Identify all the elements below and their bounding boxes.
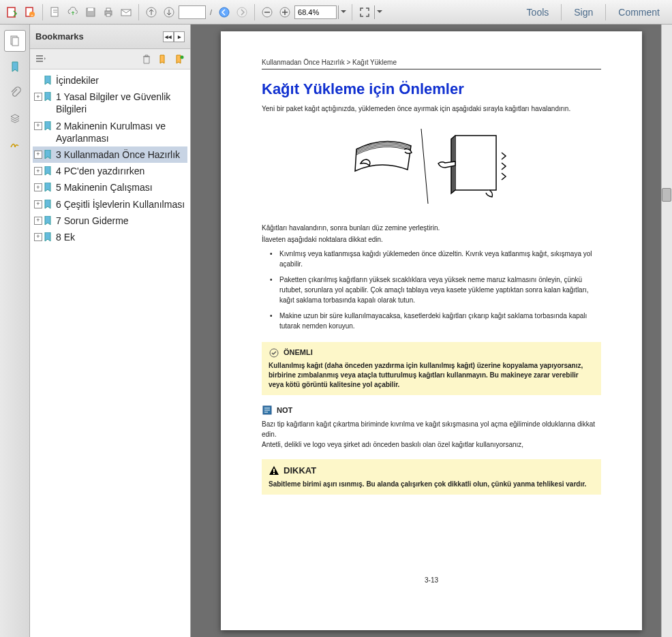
page-thumbnails-icon[interactable] [4, 30, 26, 52]
fit-window-icon[interactable] [356, 4, 373, 20]
svg-rect-8 [106, 8, 110, 11]
bookmark-label: 4 PC'den yazdırırken [56, 165, 144, 177]
bookmark-item[interactable]: +4 PC'den yazdırırken [33, 163, 187, 179]
zoom-out-icon[interactable] [259, 4, 275, 20]
bookmark-ribbon-icon [44, 150, 53, 159]
layers-rail-icon[interactable] [4, 108, 26, 129]
scrollbar-thumb[interactable] [662, 188, 671, 202]
cloud-upload-icon[interactable] [65, 4, 81, 20]
svg-point-13 [219, 7, 229, 17]
page-title: Kağıt Yükleme için Önlemler [262, 80, 601, 98]
main-area: Bookmarks ◂◂ ▸ İçindekiler+1 Yasal Bilgi… [0, 25, 672, 637]
page-total-label: / [210, 8, 212, 16]
bookmark-item[interactable]: +2 Makinenin Kurulması ve Ayarlanması [33, 118, 187, 146]
nav-forward-icon[interactable] [234, 4, 250, 20]
bookmark-label: 3 Kullanmadan Önce Hazırlık [56, 149, 180, 161]
bookmark-item[interactable]: İçindekiler [33, 72, 187, 89]
bookmark-ribbon-icon [44, 200, 53, 209]
bookmark-item[interactable]: +8 Ek [33, 229, 187, 245]
bookmarks-toolbar [30, 49, 190, 69]
zoom-in-icon[interactable] [277, 4, 293, 20]
svg-rect-24 [455, 136, 496, 190]
expand-icon [34, 76, 42, 84]
bookmark-item[interactable]: +7 Sorun Giderme [33, 213, 187, 229]
bullet-item: Makine uzun bir süre kullanılmayacaksa, … [273, 311, 601, 331]
page-down-icon[interactable] [161, 4, 177, 20]
tools-button[interactable]: Tools [519, 3, 558, 22]
note-icon [262, 405, 273, 416]
bookmark-ribbon-icon [44, 166, 53, 176]
svg-point-14 [237, 7, 247, 17]
left-rail [0, 25, 30, 637]
delete-bookmark-icon[interactable] [140, 52, 153, 66]
expand-icon[interactable]: + [34, 151, 42, 159]
bullet-list: Kıvrılmış veya katlanmışsa kağıdı yüklem… [273, 249, 601, 331]
expand-icon[interactable]: + [34, 233, 42, 241]
expand-icon[interactable]: + [34, 122, 42, 130]
check-circle-icon [269, 347, 279, 358]
main-toolbar: + / 68.4% Tools Sign Comment [0, 0, 672, 25]
svg-line-23 [421, 129, 428, 204]
note-body-2: Antetli, delikli ve logo veya şirket adı… [262, 439, 601, 450]
bookmarks-header: Bookmarks ◂◂ ▸ [30, 25, 190, 49]
email-icon[interactable] [118, 4, 134, 20]
bookmark-item[interactable]: +5 Makinenin Çalışması [33, 179, 187, 196]
open-icon[interactable] [47, 4, 63, 20]
bookmarks-tree: İçindekiler+1 Yasal Bilgiler ve Güvenlik… [30, 69, 190, 637]
save-icon[interactable] [82, 4, 99, 20]
create-pdf-icon[interactable]: + [22, 4, 38, 20]
view-dropdown-icon[interactable] [374, 5, 384, 19]
intro-text: Yeni bir paket kağıt açtığınızda, yüklem… [262, 105, 601, 112]
new-bookmark-icon[interactable] [156, 52, 170, 66]
attachments-rail-icon[interactable] [4, 82, 26, 104]
page-up-icon[interactable] [143, 4, 159, 20]
pdf-page: Kullanmadan Önce Hazırlık > Kağıt Yüklem… [221, 31, 642, 630]
svg-text:+: + [31, 13, 33, 17]
bookmarks-panel: Bookmarks ◂◂ ▸ İçindekiler+1 Yasal Bilgi… [30, 25, 191, 637]
bookmark-item[interactable]: +6 Çeşitli İşlevlerin Kullanılması [33, 196, 187, 213]
svg-rect-27 [273, 469, 275, 472]
expand-icon[interactable]: + [34, 200, 42, 208]
zoom-dropdown-icon[interactable] [338, 5, 348, 19]
sub-text-1: Kâğıtları havalandırın, sonra bunları dü… [262, 224, 601, 232]
bookmark-ribbon-icon [44, 232, 53, 242]
print-icon[interactable] [100, 4, 117, 20]
expand-icon[interactable]: + [34, 183, 42, 191]
svg-rect-28 [273, 473, 275, 474]
convert-pdf-icon[interactable] [4, 4, 20, 20]
document-viewport[interactable]: Kullanmadan Önce Hazırlık > Kağıt Yüklem… [191, 25, 672, 637]
svg-rect-20 [36, 58, 43, 59]
bookmark-ribbon-icon [44, 121, 53, 131]
bookmarks-expand-icon[interactable]: ▸ [174, 31, 185, 42]
vertical-scrollbar[interactable] [661, 25, 672, 637]
bookmarks-rail-icon[interactable] [4, 56, 26, 78]
signatures-rail-icon[interactable] [4, 134, 26, 155]
comment-button[interactable]: Comment [610, 3, 668, 22]
bookmarks-options-icon[interactable] [34, 52, 48, 66]
expand-icon[interactable]: + [34, 167, 42, 175]
caution-header: DIKKAT [284, 465, 316, 477]
bookmarks-collapse-icon[interactable]: ◂◂ [163, 31, 174, 42]
sub-text-2: İlaveten aşağıdaki noktalara dikkat edin… [262, 236, 601, 243]
bookmark-label: 2 Makinenin Kurulması ve Ayarlanması [56, 120, 186, 144]
bookmark-label: 7 Sorun Giderme [56, 215, 129, 227]
nav-back-icon[interactable] [216, 4, 232, 20]
note-header: NOT [277, 405, 292, 416]
svg-rect-18 [12, 37, 18, 46]
expand-icon[interactable]: + [34, 217, 42, 225]
bookmark-label: 1 Yasal Bilgiler ve Güvenlik Bilgileri [56, 91, 186, 115]
svg-rect-21 [36, 61, 43, 62]
important-callout: ÖNEMLI Kullanılmış kağıt (daha önceden y… [262, 342, 601, 395]
bookmark-item[interactable]: +1 Yasal Bilgiler ve Güvenlik Bilgileri [33, 89, 187, 117]
expand-icon[interactable]: + [34, 93, 42, 101]
bookmark-item[interactable]: +3 Kullanmadan Önce Hazırlık [33, 146, 187, 163]
paper-illustration [262, 122, 601, 211]
breadcrumb: Kullanmadan Önce Hazırlık > Kağıt Yüklem… [262, 59, 601, 69]
page-number-input[interactable] [179, 5, 206, 19]
sign-button[interactable]: Sign [566, 3, 601, 22]
zoom-level-display[interactable]: 68.4% [294, 5, 337, 19]
new-bookmark-from-icon[interactable] [172, 52, 186, 66]
note-body-1: Bazı tip kağıtların kağıt çıkartma birim… [262, 419, 601, 439]
svg-rect-19 [36, 55, 43, 57]
svg-point-22 [181, 55, 184, 59]
